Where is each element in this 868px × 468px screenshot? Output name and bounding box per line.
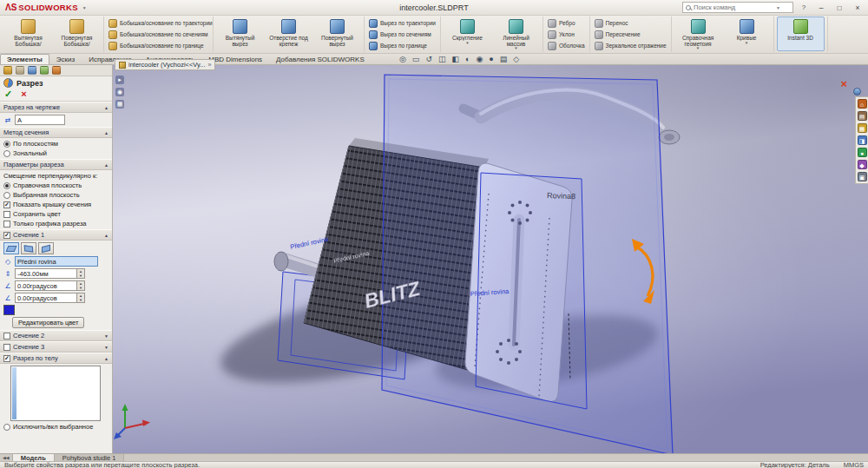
close-button[interactable]: × xyxy=(851,2,865,13)
offset-distance-input[interactable] xyxy=(15,268,77,279)
tab-motion-study[interactable]: Pohybová studie 1 xyxy=(55,454,125,461)
edit-color-button[interactable]: Редактировать цвет xyxy=(12,317,84,328)
apply-scene-icon[interactable]: ▤ xyxy=(500,55,508,64)
checkbox-by-body[interactable]: ✓ xyxy=(3,355,10,362)
section-view-icon[interactable]: ◫ xyxy=(438,55,446,64)
chevron-down-icon[interactable]: ▼ xyxy=(696,47,700,50)
appearances-icon[interactable]: ● xyxy=(858,148,867,157)
chevron-up-icon[interactable]: ▲ xyxy=(104,233,108,238)
display-manager-tab-icon[interactable] xyxy=(40,66,49,75)
property-manager-tab-icon[interactable] xyxy=(3,66,12,75)
app-logo[interactable]: ΛS SOLIDWORKS ▼ xyxy=(0,3,92,12)
revolved-cut-button[interactable]: Повернутый вырез xyxy=(313,16,361,51)
tab-model[interactable]: Модель xyxy=(13,454,55,461)
y-rotation-input[interactable] xyxy=(15,293,77,303)
section-header-params[interactable]: Параметры разреза ▲ xyxy=(0,159,112,170)
instant-3d-button[interactable]: Instant 3D xyxy=(777,16,825,51)
right-plane-button[interactable] xyxy=(38,242,54,254)
section-header-method[interactable]: Метод сечения ▲ xyxy=(0,127,112,138)
lofted-cut-button[interactable]: Вырез по сечениям xyxy=(367,30,433,40)
section-header-drawing[interactable]: Разрез на чертеже ▲ xyxy=(0,102,112,113)
tab-addins[interactable]: Добавления SOLIDWORKS xyxy=(269,54,372,64)
lofted-boss-button[interactable]: Бобышка/основание по сечениям xyxy=(107,30,209,40)
dimxpert-manager-tab-icon[interactable] xyxy=(52,66,61,75)
x-rotation-input[interactable] xyxy=(15,280,77,291)
wrap-button[interactable]: Перенос xyxy=(593,18,630,29)
boundary-boss-button[interactable]: Бобышка/основание по границе xyxy=(107,41,206,51)
chevron-up-icon[interactable]: ▲ xyxy=(104,105,108,110)
confirmation-cancel-icon[interactable]: × xyxy=(840,77,847,90)
zoom-area-icon[interactable]: ▭ xyxy=(412,55,420,64)
view-settings-icon[interactable]: ◇ xyxy=(513,55,519,64)
chevron-down-icon[interactable]: ▼ xyxy=(104,345,108,350)
checkbox-keep-color[interactable] xyxy=(3,211,10,218)
display-style-icon[interactable]: ◐ xyxy=(465,55,470,64)
bodies-selection-list[interactable] xyxy=(10,366,101,421)
radio-exclude-selected[interactable] xyxy=(3,424,10,431)
front-plane-button[interactable] xyxy=(3,242,19,254)
chevron-down-icon[interactable]: ▼ xyxy=(465,42,469,45)
shell-button[interactable]: Оболочка xyxy=(546,41,587,51)
fillet-button[interactable]: Скругление ▼ xyxy=(444,16,491,51)
edit-appearance-icon[interactable]: ● xyxy=(489,55,493,64)
section-header-section2[interactable]: Сечение 2 ▼ xyxy=(0,330,112,341)
section-letter-input[interactable] xyxy=(15,115,65,125)
mirror-button[interactable]: Зеркальное отражение xyxy=(593,41,668,51)
spinner-control[interactable]: ▲▼ xyxy=(77,293,85,303)
file-explorer-icon[interactable]: ▦ xyxy=(858,123,867,133)
status-units[interactable]: MMGS xyxy=(844,461,864,468)
feature-manager-tab-icon[interactable] xyxy=(16,66,24,75)
curves-button[interactable]: Кривые ▼ xyxy=(723,16,771,51)
chevron-up-icon[interactable]: ▲ xyxy=(104,130,108,135)
command-search[interactable]: ▼ xyxy=(682,2,793,13)
chevron-down-icon[interactable]: ▼ xyxy=(514,47,517,50)
chevron-down-icon[interactable]: ▼ xyxy=(104,333,108,339)
chevron-down-icon[interactable]: ▼ xyxy=(776,5,780,10)
chevron-up-icon[interactable]: ▲ xyxy=(104,356,108,361)
confirmation-help-icon[interactable] xyxy=(853,88,861,96)
top-plane-button[interactable] xyxy=(21,242,36,254)
spinner-control[interactable]: ▲▼ xyxy=(77,268,85,279)
swept-boss-button[interactable]: Бобышка/основание по траектории xyxy=(107,18,214,29)
intersect-button[interactable]: Пересечение xyxy=(593,30,642,40)
ok-button[interactable]: ✓ xyxy=(4,89,12,99)
extruded-cut-button[interactable]: Вытянутый вырез xyxy=(216,16,264,51)
section-header-by-body[interactable]: ✓ Разрез по телу ▲ xyxy=(0,353,112,364)
chevron-down-icon[interactable]: ▼ xyxy=(82,5,87,10)
tab-sketch[interactable]: Эскиз xyxy=(49,54,82,64)
draft-button[interactable]: Уклон xyxy=(546,30,576,40)
configuration-manager-tab-icon[interactable] xyxy=(28,66,36,75)
reference-plane-input[interactable] xyxy=(15,256,98,267)
checkbox-section2[interactable] xyxy=(3,333,10,339)
hide-show-tree-icon[interactable]: ◉ xyxy=(115,88,124,96)
scenes-icon[interactable]: ◆ xyxy=(858,160,867,169)
expand-tree-icon[interactable]: » xyxy=(208,62,212,68)
filter-tree-icon[interactable]: ▦ xyxy=(115,100,124,109)
radio-zonal[interactable] xyxy=(3,150,10,157)
feature-tree-flyout[interactable]: intercooler (Vychozi<<Vy... » xyxy=(115,59,215,70)
spinner-control[interactable]: ▲▼ xyxy=(77,280,85,291)
section-header-section1[interactable]: ✓ Сечение 1 ▲ xyxy=(0,229,112,241)
radio-reference-plane[interactable] xyxy=(3,182,10,189)
checkbox-show-section-cap[interactable]: ✓ xyxy=(3,201,10,208)
swept-cut-button[interactable]: Вырез по траектории xyxy=(367,18,437,29)
previous-view-icon[interactable]: ↺ xyxy=(425,55,432,64)
tab-features[interactable]: Элементы xyxy=(0,54,49,64)
cancel-button[interactable]: × xyxy=(21,89,26,99)
minimize-button[interactable]: – xyxy=(814,2,828,13)
revolved-boss-button[interactable]: Повернутая Бобышка/основание xyxy=(53,16,101,51)
checkbox-section3[interactable] xyxy=(3,344,10,351)
viewport[interactable]: Rovina8 Přední rovina Přední rovina Před… xyxy=(113,65,868,453)
chevron-down-icon[interactable]: ▼ xyxy=(745,42,748,45)
checkbox-graphics-only[interactable] xyxy=(3,221,10,227)
hole-wizard-button[interactable]: Отверстие под крепеж xyxy=(265,16,312,51)
radio-selected-plane[interactable] xyxy=(3,192,10,199)
chevron-up-icon[interactable]: ▲ xyxy=(104,162,108,168)
rib-button[interactable]: Ребро xyxy=(546,18,577,29)
boundary-cut-button[interactable]: Вырез по границе xyxy=(367,41,429,51)
command-search-input[interactable] xyxy=(694,3,773,11)
custom-properties-icon[interactable]: ▣ xyxy=(858,172,867,181)
restore-button[interactable]: □ xyxy=(832,2,846,13)
help-icon[interactable]: ? xyxy=(798,3,810,11)
design-library-icon[interactable]: ▤ xyxy=(858,111,867,121)
